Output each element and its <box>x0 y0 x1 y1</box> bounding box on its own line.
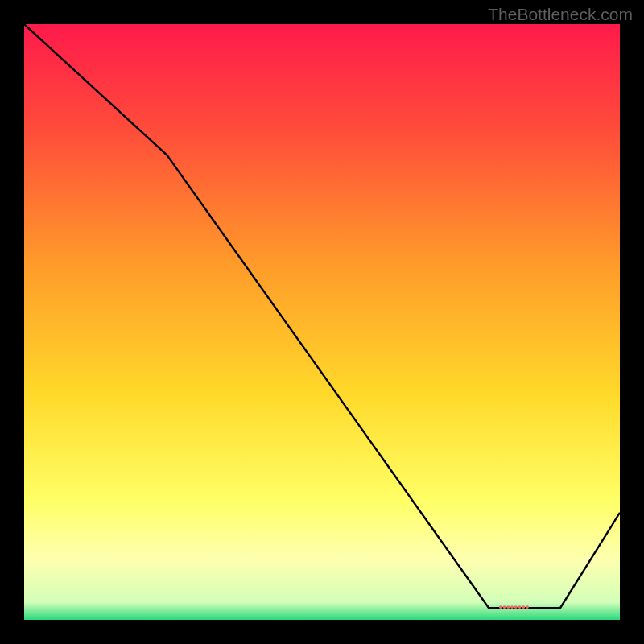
source-watermark: TheBottleneck.com <box>488 5 633 24</box>
chart-svg <box>24 24 620 620</box>
plot-area: •••••••• <box>24 24 620 620</box>
optimal-range-marker: •••••••• <box>499 601 530 613</box>
gradient-background <box>24 24 620 620</box>
chart-container: TheBottleneck.com •••••••• <box>0 0 644 644</box>
